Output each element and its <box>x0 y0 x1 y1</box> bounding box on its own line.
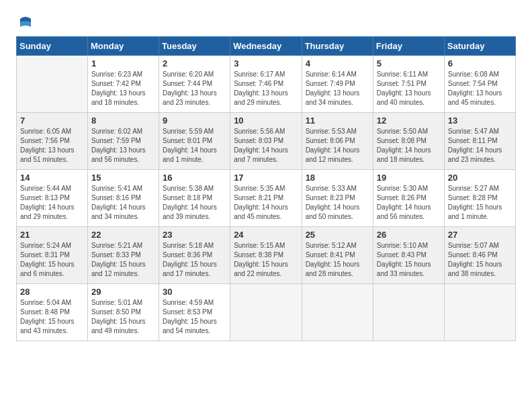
day-info: Sunrise: 5:24 AMSunset: 8:31 PMDaylight:… <box>20 241 84 279</box>
header-monday: Monday <box>88 37 159 56</box>
header-sunday: Sunday <box>17 37 88 56</box>
day-number: 18 <box>306 173 369 183</box>
day-cell: 17Sunrise: 5:35 AMSunset: 8:21 PMDayligh… <box>230 170 302 227</box>
day-cell: 4Sunrise: 6:14 AMSunset: 7:49 PMDaylight… <box>302 56 373 113</box>
day-cell <box>230 284 302 341</box>
day-cell: 26Sunrise: 5:10 AMSunset: 8:43 PMDayligh… <box>373 227 444 284</box>
day-number: 2 <box>163 58 226 68</box>
day-cell: 12Sunrise: 5:50 AMSunset: 8:08 PMDayligh… <box>373 113 444 170</box>
day-cell: 25Sunrise: 5:12 AMSunset: 8:41 PMDayligh… <box>302 227 373 284</box>
day-cell: 3Sunrise: 6:17 AMSunset: 7:46 PMDaylight… <box>230 56 302 113</box>
day-cell <box>302 284 373 341</box>
day-number: 13 <box>448 116 512 126</box>
day-info: Sunrise: 6:17 AMSunset: 7:46 PMDaylight:… <box>234 70 298 107</box>
day-info: Sunrise: 4:59 AMSunset: 8:53 PMDaylight:… <box>163 298 226 336</box>
day-info: Sunrise: 5:56 AMSunset: 8:03 PMDaylight:… <box>234 127 298 165</box>
day-cell: 1Sunrise: 6:23 AMSunset: 7:42 PMDaylight… <box>88 56 159 113</box>
day-info: Sunrise: 5:04 AMSunset: 8:48 PMDaylight:… <box>20 298 84 336</box>
day-number: 8 <box>91 116 155 126</box>
week-row-5: 28Sunrise: 5:04 AMSunset: 8:48 PMDayligh… <box>17 284 516 341</box>
day-cell <box>17 56 88 113</box>
logo-icon <box>16 13 35 32</box>
day-number: 1 <box>91 58 155 68</box>
day-info: Sunrise: 5:15 AMSunset: 8:38 PMDaylight:… <box>234 241 298 279</box>
week-row-4: 21Sunrise: 5:24 AMSunset: 8:31 PMDayligh… <box>17 227 516 284</box>
day-info: Sunrise: 6:23 AMSunset: 7:42 PMDaylight:… <box>91 70 155 107</box>
day-cell: 18Sunrise: 5:33 AMSunset: 8:23 PMDayligh… <box>302 170 373 227</box>
day-number: 16 <box>163 173 226 183</box>
day-number: 25 <box>306 230 369 240</box>
day-cell: 13Sunrise: 5:47 AMSunset: 8:11 PMDayligh… <box>444 113 515 170</box>
day-number: 19 <box>377 173 441 183</box>
day-number: 12 <box>377 116 441 126</box>
weekday-header-row: SundayMondayTuesdayWednesdayThursdayFrid… <box>17 37 516 56</box>
day-number: 9 <box>163 116 226 126</box>
day-info: Sunrise: 5:12 AMSunset: 8:41 PMDaylight:… <box>306 241 369 279</box>
day-cell: 30Sunrise: 4:59 AMSunset: 8:53 PMDayligh… <box>159 284 230 341</box>
day-cell: 16Sunrise: 5:38 AMSunset: 8:18 PMDayligh… <box>159 170 230 227</box>
day-info: Sunrise: 6:20 AMSunset: 7:44 PMDaylight:… <box>163 70 226 107</box>
week-row-1: 1Sunrise: 6:23 AMSunset: 7:42 PMDaylight… <box>17 56 516 113</box>
day-info: Sunrise: 5:50 AMSunset: 8:08 PMDaylight:… <box>377 127 441 165</box>
day-cell: 9Sunrise: 5:59 AMSunset: 8:01 PMDaylight… <box>159 113 230 170</box>
day-number: 23 <box>163 230 226 240</box>
day-cell: 29Sunrise: 5:01 AMSunset: 8:50 PMDayligh… <box>88 284 159 341</box>
day-number: 4 <box>306 58 369 68</box>
day-number: 24 <box>234 230 298 240</box>
day-number: 10 <box>234 116 298 126</box>
day-number: 20 <box>448 173 512 183</box>
day-info: Sunrise: 5:30 AMSunset: 8:26 PMDaylight:… <box>377 184 441 222</box>
day-cell: 20Sunrise: 5:27 AMSunset: 8:28 PMDayligh… <box>444 170 515 227</box>
day-info: Sunrise: 5:47 AMSunset: 8:11 PMDaylight:… <box>448 127 512 165</box>
day-info: Sunrise: 5:18 AMSunset: 8:36 PMDaylight:… <box>163 241 226 279</box>
day-cell <box>444 284 515 341</box>
day-number: 5 <box>377 58 441 68</box>
day-cell: 8Sunrise: 6:02 AMSunset: 7:59 PMDaylight… <box>88 113 159 170</box>
day-cell: 23Sunrise: 5:18 AMSunset: 8:36 PMDayligh… <box>159 227 230 284</box>
day-number: 17 <box>234 173 298 183</box>
header <box>16 13 516 32</box>
day-info: Sunrise: 5:41 AMSunset: 8:16 PMDaylight:… <box>91 184 155 222</box>
day-cell: 10Sunrise: 5:56 AMSunset: 8:03 PMDayligh… <box>230 113 302 170</box>
day-info: Sunrise: 6:08 AMSunset: 7:54 PMDaylight:… <box>448 70 512 107</box>
day-cell: 21Sunrise: 5:24 AMSunset: 8:31 PMDayligh… <box>17 227 88 284</box>
day-number: 3 <box>234 58 298 68</box>
day-info: Sunrise: 5:33 AMSunset: 8:23 PMDaylight:… <box>306 184 369 222</box>
day-number: 26 <box>377 230 441 240</box>
day-cell: 27Sunrise: 5:07 AMSunset: 8:46 PMDayligh… <box>444 227 515 284</box>
day-number: 27 <box>448 230 512 240</box>
day-number: 14 <box>20 173 84 183</box>
header-tuesday: Tuesday <box>159 37 230 56</box>
day-number: 29 <box>91 287 155 297</box>
week-row-3: 14Sunrise: 5:44 AMSunset: 8:13 PMDayligh… <box>17 170 516 227</box>
day-cell: 6Sunrise: 6:08 AMSunset: 7:54 PMDaylight… <box>444 56 515 113</box>
day-info: Sunrise: 6:14 AMSunset: 7:49 PMDaylight:… <box>306 70 369 107</box>
header-friday: Friday <box>373 37 444 56</box>
day-cell: 22Sunrise: 5:21 AMSunset: 8:33 PMDayligh… <box>88 227 159 284</box>
day-number: 30 <box>163 287 226 297</box>
day-info: Sunrise: 6:11 AMSunset: 7:51 PMDaylight:… <box>377 70 441 107</box>
day-info: Sunrise: 5:07 AMSunset: 8:46 PMDaylight:… <box>448 241 512 279</box>
day-cell: 5Sunrise: 6:11 AMSunset: 7:51 PMDaylight… <box>373 56 444 113</box>
day-info: Sunrise: 6:02 AMSunset: 7:59 PMDaylight:… <box>91 127 155 165</box>
day-info: Sunrise: 5:44 AMSunset: 8:13 PMDaylight:… <box>20 184 84 222</box>
day-info: Sunrise: 5:27 AMSunset: 8:28 PMDaylight:… <box>448 184 512 222</box>
day-number: 28 <box>20 287 84 297</box>
day-cell <box>373 284 444 341</box>
header-thursday: Thursday <box>302 37 373 56</box>
day-cell: 28Sunrise: 5:04 AMSunset: 8:48 PMDayligh… <box>17 284 88 341</box>
day-number: 6 <box>448 58 512 68</box>
calendar-table: SundayMondayTuesdayWednesdayThursdayFrid… <box>16 36 516 341</box>
day-cell: 19Sunrise: 5:30 AMSunset: 8:26 PMDayligh… <box>373 170 444 227</box>
day-cell: 14Sunrise: 5:44 AMSunset: 8:13 PMDayligh… <box>17 170 88 227</box>
day-cell: 24Sunrise: 5:15 AMSunset: 8:38 PMDayligh… <box>230 227 302 284</box>
day-info: Sunrise: 5:38 AMSunset: 8:18 PMDaylight:… <box>163 184 226 222</box>
day-info: Sunrise: 5:10 AMSunset: 8:43 PMDaylight:… <box>377 241 441 279</box>
day-number: 21 <box>20 230 84 240</box>
day-info: Sunrise: 5:59 AMSunset: 8:01 PMDaylight:… <box>163 127 226 165</box>
week-row-2: 7Sunrise: 6:05 AMSunset: 7:56 PMDaylight… <box>17 113 516 170</box>
day-info: Sunrise: 5:01 AMSunset: 8:50 PMDaylight:… <box>91 298 155 336</box>
day-cell: 11Sunrise: 5:53 AMSunset: 8:06 PMDayligh… <box>302 113 373 170</box>
header-wednesday: Wednesday <box>230 37 302 56</box>
day-info: Sunrise: 5:21 AMSunset: 8:33 PMDaylight:… <box>91 241 155 279</box>
